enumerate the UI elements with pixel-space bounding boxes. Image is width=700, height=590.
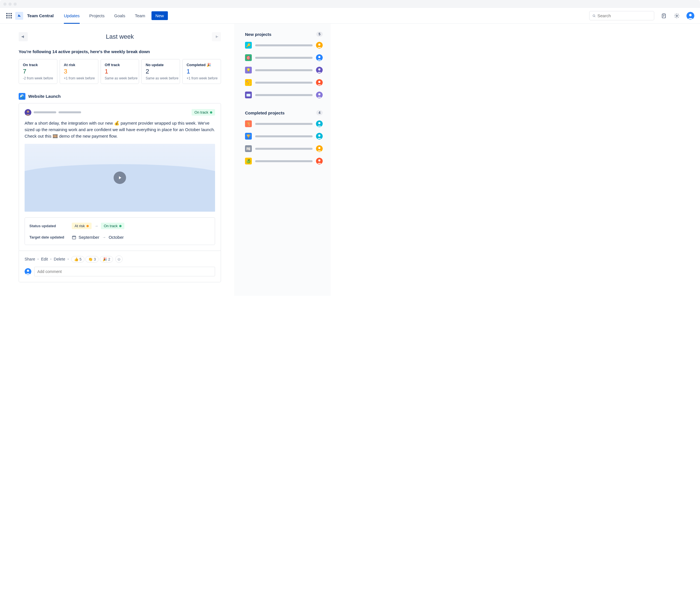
date-from: September bbox=[79, 235, 99, 239]
svg-point-21 bbox=[318, 122, 320, 124]
current-user-avatar bbox=[25, 268, 31, 275]
stat-card[interactable]: Off track1Same as week before bbox=[101, 59, 139, 84]
author-avatar[interactable] bbox=[25, 109, 31, 116]
project-list-item[interactable]: 🎯 bbox=[245, 54, 323, 61]
clipboard-icon[interactable] bbox=[661, 12, 667, 19]
status-from: At risk bbox=[72, 223, 92, 229]
svg-point-15 bbox=[318, 68, 320, 71]
stat-label: On track bbox=[23, 63, 53, 67]
arrow-icon: → bbox=[102, 235, 106, 239]
search-input[interactable] bbox=[589, 11, 654, 20]
project-name-placeholder bbox=[255, 94, 313, 96]
nav-team[interactable]: Team bbox=[131, 8, 148, 24]
completed-projects-count: 4 bbox=[316, 110, 323, 115]
project-list-item[interactable]: 🔑 bbox=[245, 42, 323, 48]
owner-avatar bbox=[316, 145, 323, 152]
svg-point-25 bbox=[318, 147, 320, 149]
update-footer: Share• Edit• Delete• 👍 5 👏 3 🎉 2 ☺ bbox=[19, 251, 221, 282]
owner-avatar bbox=[316, 79, 323, 86]
prev-week-button[interactable] bbox=[19, 32, 28, 41]
calendar-icon bbox=[72, 235, 76, 239]
app-switcher-icon[interactable] bbox=[6, 12, 12, 19]
share-action[interactable]: Share bbox=[25, 257, 35, 261]
stat-delta: Same as week before bbox=[105, 76, 135, 80]
play-icon[interactable] bbox=[114, 172, 126, 184]
stat-value: 2 bbox=[145, 68, 176, 76]
status-to: On track bbox=[101, 223, 124, 229]
stat-label: Completed 🎉 bbox=[187, 63, 217, 67]
search-icon bbox=[592, 14, 596, 18]
owner-avatar bbox=[316, 133, 323, 139]
project-list-item[interactable]: ✉️ bbox=[245, 92, 323, 98]
settings-icon[interactable] bbox=[674, 12, 680, 19]
project-name[interactable]: Website Launch bbox=[28, 94, 61, 99]
owner-avatar bbox=[316, 120, 323, 127]
reaction-pill[interactable]: 👏 3 bbox=[85, 256, 99, 263]
new-projects-count: 5 bbox=[316, 32, 323, 37]
arrow-icon: → bbox=[94, 224, 98, 228]
svg-point-6 bbox=[27, 110, 29, 113]
sidebar: New projects 5 🔑🎯💡✏️✉️ Completed project… bbox=[234, 24, 331, 296]
svg-point-0 bbox=[593, 15, 595, 17]
stat-card[interactable]: No update2Same as week before bbox=[141, 59, 180, 84]
product-logo bbox=[15, 12, 23, 20]
project-list-item[interactable]: 🍏 bbox=[245, 158, 323, 165]
nav-projects[interactable]: Projects bbox=[86, 8, 108, 24]
project-name-placeholder bbox=[255, 135, 313, 137]
stat-card[interactable]: On track7-2 from week before bbox=[19, 59, 58, 84]
nav-updates[interactable]: Updates bbox=[61, 8, 83, 24]
svg-point-11 bbox=[318, 43, 320, 46]
project-list-item[interactable]: 🍕 bbox=[245, 120, 323, 127]
next-week-button[interactable] bbox=[212, 32, 221, 41]
svg-rect-7 bbox=[72, 236, 76, 239]
project-list-item[interactable]: 📰 bbox=[245, 145, 323, 152]
project-icon: 🎯 bbox=[245, 54, 252, 61]
summary-line: You're following 14 active projects, her… bbox=[19, 49, 221, 54]
reaction-pill[interactable]: 👍 5 bbox=[71, 256, 85, 263]
svg-point-17 bbox=[318, 81, 320, 83]
update-card: On track After a short delay, the integr… bbox=[19, 103, 221, 251]
stat-label: No update bbox=[145, 63, 176, 67]
stat-delta: +1 from week before bbox=[187, 76, 217, 80]
project-icon: ✉️ bbox=[245, 92, 252, 98]
date-to: October bbox=[108, 235, 123, 239]
update-body: After a short delay, the integration wit… bbox=[25, 120, 215, 139]
owner-avatar bbox=[316, 92, 323, 98]
project-icon: 🍏 bbox=[245, 158, 252, 165]
project-list-item[interactable]: ✏️ bbox=[245, 79, 323, 86]
delete-action[interactable]: Delete bbox=[54, 257, 65, 261]
video-preview[interactable] bbox=[25, 144, 215, 212]
user-avatar[interactable] bbox=[686, 12, 694, 20]
project-name-placeholder bbox=[255, 57, 313, 59]
project-icon: 💡 bbox=[245, 67, 252, 74]
svg-point-4 bbox=[689, 14, 692, 16]
status-updated-label: Status updated bbox=[29, 224, 72, 228]
stat-value: 1 bbox=[187, 68, 217, 76]
owner-avatar bbox=[316, 67, 323, 74]
stat-label: At risk bbox=[64, 63, 94, 67]
nav-goals[interactable]: Goals bbox=[111, 8, 128, 24]
reaction-pill[interactable]: 🎉 2 bbox=[100, 256, 113, 263]
project-icon: 🌊 bbox=[19, 93, 25, 100]
comment-input[interactable] bbox=[34, 267, 215, 276]
project-name-placeholder bbox=[255, 44, 313, 46]
project-icon: ✏️ bbox=[245, 79, 252, 86]
change-summary: Status updated At risk → On track Target… bbox=[25, 217, 215, 245]
svg-point-13 bbox=[318, 56, 320, 58]
project-name-placeholder bbox=[255, 69, 313, 71]
edit-action[interactable]: Edit bbox=[41, 257, 48, 261]
product-name: Team Central bbox=[27, 13, 54, 18]
project-list-item[interactable]: 🏆 bbox=[245, 133, 323, 139]
stat-label: Off track bbox=[105, 63, 135, 67]
svg-point-23 bbox=[318, 134, 320, 137]
project-icon: 🔑 bbox=[245, 42, 252, 48]
new-button[interactable]: New bbox=[152, 11, 168, 20]
stat-card[interactable]: Completed 🎉1+1 from week before bbox=[182, 59, 221, 84]
project-icon: 🍕 bbox=[245, 120, 252, 127]
stat-value: 3 bbox=[64, 68, 94, 76]
add-reaction-button[interactable]: ☺ bbox=[115, 256, 123, 263]
stat-card[interactable]: At risk3+1 from week before bbox=[60, 59, 98, 84]
stat-value: 7 bbox=[23, 68, 53, 76]
project-list-item[interactable]: 💡 bbox=[245, 67, 323, 74]
project-name-placeholder bbox=[255, 82, 313, 84]
